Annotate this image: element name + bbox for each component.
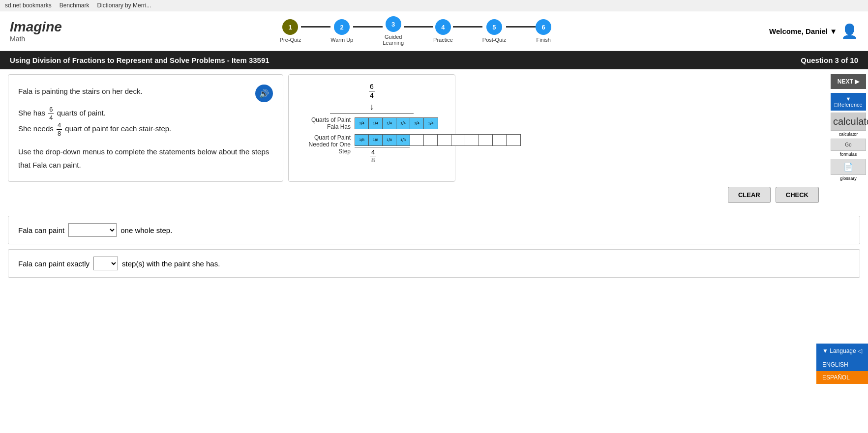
language-toggle-button[interactable]: ▼ Language ◁ [816, 344, 868, 358]
answer-row1-pre: Fala can paint [18, 226, 64, 234]
bottom-fraction-label: 4 8 [355, 148, 521, 164]
browser-bar: sd.net bookmarks Benchmark Dictionary by… [0, 0, 868, 11]
step-line-1 [301, 26, 330, 28]
bar-cell-2-3: 1/8 [383, 135, 396, 145]
answer-row2-pre: Fala can paint exactly [18, 260, 90, 268]
english-option[interactable]: ENGLISH [816, 358, 868, 371]
line2-post: quart of paint for each stair-step. [65, 124, 171, 133]
bar-cell-1-1: 1/4 [355, 118, 369, 129]
bottom-bracket [355, 147, 410, 147]
clear-button[interactable]: CLEAR [728, 187, 771, 203]
bar-cell-1-5: 1/4 [410, 118, 424, 129]
step-line-4 [453, 26, 482, 28]
answer-dropdown-1[interactable]: less than more than exactly [68, 223, 117, 237]
step-circle-4[interactable]: 4 [435, 19, 451, 35]
line2-pre: She needs [18, 124, 54, 133]
frac-den-1: 4 [48, 114, 54, 122]
frac-den-2: 8 [57, 130, 62, 138]
main-content: 🔊 Fala is painting the stairs on her dec… [0, 69, 868, 187]
bar-cell-2-10 [479, 135, 493, 145]
step-label-4: Practice [433, 37, 453, 43]
fraction-bar-1: 1/4 1/4 1/4 1/4 1/4 1/4 [355, 117, 438, 129]
progress-bar: 1 Pre-Quiz 2 Warm Up 3 GuidedLearning 4 … [62, 16, 769, 46]
answer-row1-post: one whole step. [120, 226, 172, 234]
bar-cell-2-5 [410, 135, 424, 145]
step-label-1: Pre-Quiz [280, 37, 301, 43]
logo-title: Imagine [10, 19, 62, 35]
diag-bot-num: 4 [370, 148, 376, 157]
fraction-6-4: 6 4 [48, 106, 54, 121]
question-banner: Using Division of Fractions to Represent… [0, 51, 868, 69]
step-line-3 [404, 26, 433, 28]
problem-line1: She has 6 4 quarts of paint. [18, 106, 273, 121]
bar-row-2: Quart of PaintNeeded for OneStep 1/8 1/8… [297, 134, 447, 164]
top-arrow-down: ↓ [297, 102, 447, 112]
diagram-bottom-fraction: 4 8 [370, 148, 376, 164]
diag-top-num: 6 [369, 83, 375, 91]
frac-num-1: 6 [48, 106, 54, 114]
formulas-button[interactable]: 📄 [831, 159, 866, 175]
step-circle-6[interactable]: 6 [536, 19, 551, 35]
language-panel: ▼ Language ◁ ENGLISH ESPAÑOL [816, 344, 868, 384]
problem-instruction: Use the drop-down menus to complete the … [18, 145, 273, 172]
bar-cell-2-1: 1/8 [355, 135, 369, 145]
bar-cell-1-2: 1/4 [369, 118, 383, 129]
step-circle-5[interactable]: 5 [486, 19, 502, 35]
button-row: CLEAR CHECK [0, 187, 868, 203]
step-4: 4 Practice [433, 19, 453, 43]
next-button[interactable]: NEXT ▶ [831, 74, 866, 89]
espanol-option[interactable]: ESPAÑOL [816, 371, 868, 384]
question-count: Question 3 of 10 [801, 56, 858, 64]
bar-cell-1-3: 1/4 [383, 118, 396, 129]
welcome-area: Welcome, Daniel ▼ 👤 [769, 23, 858, 39]
step-3: 3 GuidedLearning [383, 16, 404, 46]
tab-dictionary[interactable]: Dictionary by Merri... [97, 2, 151, 9]
bookmark-label: sd.net bookmarks [5, 2, 52, 9]
bar-cell-1-4: 1/4 [396, 118, 410, 129]
reference-button[interactable]: ▼ □Reference [831, 93, 866, 111]
fraction-bar-2: 1/8 1/8 1/8 1/8 [355, 134, 521, 146]
bar-row-1: Quarts of PaintFala Has 1/4 1/4 1/4 1/4 … [297, 116, 447, 130]
step-circle-2[interactable]: 2 [334, 19, 350, 35]
step-label-2: Warm Up [330, 37, 353, 43]
goto-button[interactable]: Go [831, 139, 866, 151]
tab-benchmark[interactable]: Benchmark [60, 2, 90, 9]
problem-intro: Fala is painting the stairs on her deck. [18, 85, 273, 98]
diagram-top-fraction: 6 4 [369, 83, 375, 100]
diag-bot-den: 8 [370, 156, 376, 164]
step-1: 1 Pre-Quiz [280, 19, 301, 43]
step-line-5 [506, 26, 536, 28]
check-button[interactable]: CHECK [776, 187, 819, 203]
logo-area: Imagine Math [10, 19, 62, 43]
problem-area: 🔊 Fala is painting the stairs on her dec… [8, 74, 283, 182]
header: Imagine Math 1 Pre-Quiz 2 Warm Up 3 Guid… [0, 11, 868, 51]
frac-num-2: 4 [57, 121, 62, 130]
bar-cell-2-12 [507, 135, 520, 145]
answer-dropdown-2[interactable]: 1 2 3 4 5 6 [93, 257, 118, 270]
bar-cell-2-2: 1/8 [369, 135, 383, 145]
welcome-text[interactable]: Welcome, Daniel ▼ [769, 27, 837, 35]
answer-row2-post: step(s) with the paint she has. [122, 260, 220, 268]
glossary-label: glossary [840, 176, 857, 181]
formulas-label: formulas [840, 152, 857, 157]
bar-cell-2-7 [438, 135, 451, 145]
bar-cell-1-6: 1/4 [424, 118, 438, 129]
step-circle-1[interactable]: 1 [282, 19, 298, 35]
diag-top-den: 4 [369, 91, 375, 100]
answer-row-2: Fala can paint exactly 1 2 3 4 5 6 step(… [8, 249, 860, 278]
line1-pre: She has [18, 109, 45, 117]
step-6: 6 Finish [536, 19, 551, 43]
bar-cell-2-8 [451, 135, 465, 145]
right-sidebar: NEXT ▶ ▼ □Reference calculator calculato… [829, 69, 868, 186]
answer-row-1: Fala can paint less than more than exact… [8, 216, 860, 244]
calculator-label-text: calculator [839, 132, 858, 137]
bar-cell-2-9 [465, 135, 479, 145]
step-line-2 [353, 26, 383, 28]
audio-button[interactable]: 🔊 [255, 85, 273, 102]
step-circle-3[interactable]: 3 [386, 16, 401, 32]
bottom-section: Fala can paint less than more than exact… [0, 211, 868, 288]
calculator-button[interactable]: calculator [831, 113, 866, 131]
app-container: Imagine Math 1 Pre-Quiz 2 Warm Up 3 Guid… [0, 11, 868, 433]
intro-text: Fala is painting the stairs on her deck. [18, 87, 143, 95]
fraction-4-8: 4 8 [57, 121, 62, 137]
